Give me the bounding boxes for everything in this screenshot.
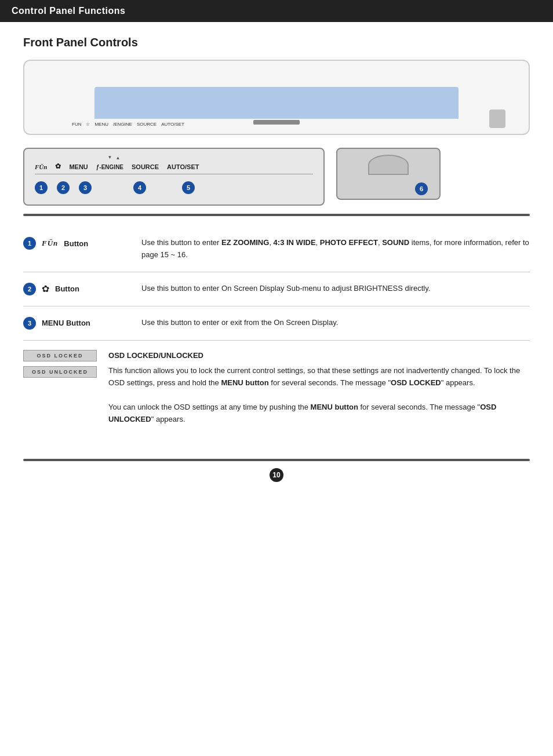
- page-circle: 10: [270, 468, 283, 482]
- btn-label-2: Button: [55, 284, 79, 293]
- desc-text-3: Use this button to enter or exit from th…: [141, 317, 338, 329]
- circle-3: 3: [79, 181, 92, 194]
- engine-arrow-up: ▲: [115, 155, 120, 160]
- monitor-illustration: FUN☆MENU/ENGINESOURCEAUTO/SET: [23, 60, 530, 135]
- osd-badges: OSD LOCKED OSD UNLOCKED: [23, 350, 97, 378]
- panels-row: FÜn ✿ MENU ▼ ▲ ƒ-ENGINE SOURCE AUTO/SET: [23, 148, 530, 206]
- monitor-base-stand: [253, 120, 300, 125]
- ez-zooming: EZ ZOOMING: [221, 238, 269, 247]
- osd-unlocked-msg: OSD UNLOCKED: [108, 403, 496, 423]
- circle-6: 6: [415, 182, 428, 195]
- engine-arrow-down: ▼: [107, 155, 112, 160]
- page-number-container: 10: [0, 468, 553, 482]
- source-label: SOURCE: [132, 163, 159, 170]
- circle-4: 4: [133, 181, 146, 194]
- button-labels-small: FUN☆MENU/ENGINESOURCEAUTO/SET: [72, 122, 184, 127]
- power-button-area: [489, 109, 505, 128]
- sound: SOUND: [382, 238, 409, 247]
- osd-para-1: This function allows you to lock the cur…: [108, 365, 530, 389]
- btn-left-1: 1 FÜn Button: [23, 237, 128, 250]
- circle-desc-3: 3: [23, 317, 36, 330]
- osd-para-2: You can unlock the OSD settings at any t…: [108, 401, 530, 426]
- circle-desc-2: 2: [23, 283, 36, 295]
- cp-engine: ▼ ▲ ƒ-ENGINE: [96, 155, 123, 170]
- cp-source: SOURCE: [132, 163, 159, 170]
- circle-1: 1: [35, 181, 48, 194]
- menu-label: MENU: [69, 163, 88, 170]
- right-panel-curve: [368, 155, 409, 175]
- button-desc-2: 2 ✿ Button Use this button to enter On S…: [23, 272, 530, 306]
- photo-effect: PHOTO EFFECT: [320, 238, 378, 247]
- header-bar: Control Panel Functions: [0, 0, 553, 22]
- btn-left-3: 3 MENU Button: [23, 317, 128, 330]
- desc-text-2: Use this button to enter On Screen Displ…: [141, 283, 430, 295]
- fun-label: FÜn: [35, 163, 47, 170]
- gear-icon: ✿: [42, 283, 49, 294]
- header-title: Control Panel Functions: [12, 6, 125, 16]
- button-desc-1: 1 FÜn Button Use this button to enter EZ…: [23, 227, 530, 272]
- fun-icon: FÜn: [42, 239, 58, 248]
- osd-title: OSD LOCKED/UNLOCKED: [108, 350, 530, 362]
- section-title: Front Panel Controls: [23, 36, 530, 49]
- circle-desc-1: 1: [23, 237, 36, 250]
- osd-locked-badge: OSD LOCKED: [23, 350, 97, 361]
- circle-2: 2: [57, 181, 70, 194]
- number-row-bottom: 1 2 3 4 5: [35, 179, 313, 194]
- cp-menu: MENU: [69, 163, 88, 170]
- 43-in-wide: 4:3 IN WIDE: [274, 238, 316, 247]
- circle-5: 5: [182, 181, 195, 194]
- button-desc-3: 3 MENU Button Use this button to enter o…: [23, 306, 530, 341]
- osd-text: OSD LOCKED/UNLOCKED This function allows…: [108, 350, 530, 426]
- cp-fun: FÜn: [35, 163, 47, 170]
- engine-label: ƒ-ENGINE: [96, 164, 123, 170]
- btn-label-3: MENU Button: [42, 319, 90, 327]
- cp-gear: ✿: [55, 162, 61, 170]
- cp-autoset: AUTO/SET: [167, 163, 199, 170]
- autoset-label: AUTO/SET: [167, 163, 199, 170]
- bottom-divider: [23, 459, 530, 461]
- desc-text-1: Use this button to enter EZ ZOOMING, 4:3…: [141, 237, 530, 261]
- gear-label: ✿: [55, 162, 61, 170]
- menu-button-ref-2: MENU button: [311, 403, 358, 411]
- osd-unlocked-badge: OSD UNLOCKED: [23, 366, 97, 378]
- btn-label-1: Button: [64, 239, 88, 248]
- monitor-screen: [94, 87, 459, 119]
- osd-section: OSD LOCKED OSD UNLOCKED OSD LOCKED/UNLOC…: [23, 341, 530, 435]
- cp-button-row: FÜn ✿ MENU ▼ ▲ ƒ-ENGINE SOURCE AUTO/SET: [35, 155, 313, 174]
- control-panel-left: FÜn ✿ MENU ▼ ▲ ƒ-ENGINE SOURCE AUTO/SET: [23, 148, 325, 206]
- btn-left-2: 2 ✿ Button: [23, 283, 128, 295]
- control-panel-right: 6: [336, 148, 441, 200]
- divider-top: [23, 214, 530, 216]
- osd-locked-msg: OSD LOCKED: [391, 378, 441, 387]
- menu-button-ref-1: MENU button: [221, 378, 268, 387]
